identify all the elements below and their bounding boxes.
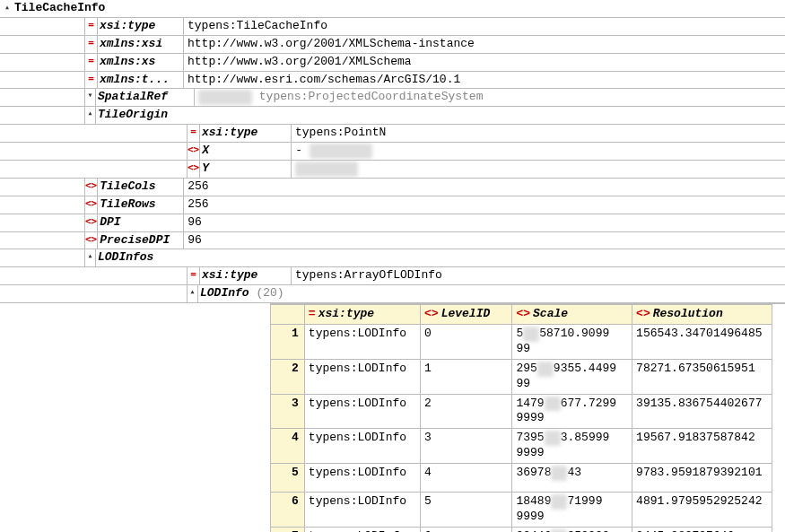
cell-resolution: 19567.91837587842	[632, 429, 772, 464]
expand-toggle-icon[interactable]: ▴	[2, 1, 13, 16]
indent	[0, 72, 85, 89]
attr-row[interactable]: =xmlns:t...http://www.esri.com/schemas/A…	[0, 72, 785, 90]
row-number: 3	[271, 394, 305, 429]
table-row[interactable]: 2typens:LODInfo1295xx9355.44999978271.67…	[271, 359, 772, 394]
attr-icon: =	[85, 18, 98, 35]
attr-icon: =	[188, 125, 200, 142]
row-number: 5	[271, 464, 305, 493]
root-title: TileCacheInfo	[14, 1, 105, 16]
indent	[0, 196, 85, 214]
node-key: LODInfo (20)	[198, 285, 785, 302]
cell-type: typens:LODInfo	[304, 493, 420, 528]
attr-row[interactable]: =xsi:typetypens:TileCacheInfo	[0, 18, 785, 36]
node-value: 256	[184, 196, 785, 214]
cell-scale: 7395xx3.859999999	[512, 429, 632, 464]
indent	[0, 36, 85, 53]
cell-resolution: 156543.34701496485	[632, 325, 772, 360]
element-row[interactable]: <>TileRows256	[0, 196, 785, 214]
cell-resolution: 39135.836754402677	[632, 394, 772, 429]
cell-type: typens:LODInfo	[304, 394, 420, 429]
table-row[interactable]: 7typens:LODInfo692446xx35999999942445.98…	[271, 527, 772, 532]
cell-resolution: 78271.67350615951	[632, 359, 772, 394]
element-row[interactable]: <>PreciseDPI96	[0, 232, 785, 250]
cell-level: 6	[421, 527, 512, 532]
col-header-scale[interactable]: <>Scale	[512, 305, 632, 325]
attr-row[interactable]: =xsi:typetypens:PointN	[0, 125, 785, 143]
expand-toggle-icon[interactable]: ▴	[188, 285, 198, 302]
indent	[0, 143, 188, 160]
node-key: TileCols	[98, 179, 184, 196]
attr-row[interactable]: <>Y xxxxxx	[0, 161, 785, 179]
node-value: http://www.w3.org/2001/XMLSchema-instanc…	[184, 36, 785, 53]
indent	[0, 89, 85, 106]
node-value: 96	[184, 232, 785, 249]
attr-icon: =	[188, 267, 200, 284]
element-icon: <>	[85, 179, 98, 196]
node-value: http://www.esri.com/schemas/ArcGIS/10.1	[184, 72, 785, 89]
expand-toggle-icon[interactable]: ▴	[85, 107, 96, 124]
table-row[interactable]: 1typens:LODInfo05xx58710.909999156543.34…	[271, 325, 772, 360]
indent	[0, 18, 85, 35]
node-key: X	[200, 143, 292, 160]
lodinfo-array-node[interactable]: ▴ LODInfo (20)	[0, 285, 785, 303]
indent	[0, 214, 85, 231]
lod-header-row: =xsi:type <>LevelID <>Scale <>Resolution	[271, 305, 772, 325]
indent	[0, 232, 85, 249]
node-key: LODInfos	[96, 249, 785, 266]
lodinfos-node[interactable]: ▴ LODInfos	[0, 249, 785, 267]
cell-resolution: 9783.9591879392101	[632, 464, 772, 493]
node-key: xmlns:t...	[98, 72, 184, 89]
indent	[0, 125, 188, 142]
node-value: 256	[184, 179, 785, 196]
element-icon: <>	[188, 143, 200, 160]
expand-toggle-icon[interactable]: ▾	[85, 89, 96, 106]
node-key: xsi:type	[200, 125, 292, 142]
table-row[interactable]: 4typens:LODInfo37395xx3.85999999919567.9…	[271, 429, 772, 464]
row-number: 1	[271, 325, 305, 360]
node-value: typens:TileCacheInfo	[184, 18, 785, 35]
attr-row[interactable]: =xmlns:xsihttp://www.w3.org/2001/XMLSche…	[0, 36, 785, 54]
lodinfos-xsitype[interactable]: = xsi:type typens:ArrayOfLODInfo	[0, 267, 785, 285]
element-row[interactable]: <>TileCols256	[0, 179, 785, 196]
element-icon: <>	[85, 196, 98, 214]
spatial-ref-node[interactable]: ▾ SpatialRef xxxxx typens:ProjectedCoord…	[0, 89, 785, 107]
table-row[interactable]: 6typens:LODInfo518489xx7199999994891.979…	[271, 493, 772, 528]
col-header-level[interactable]: <>LevelID	[421, 305, 512, 325]
node-key: TileRows	[98, 196, 184, 214]
node-key: PreciseDPI	[98, 232, 184, 249]
row-number: 6	[271, 493, 305, 528]
indent	[0, 107, 85, 124]
cell-level: 1	[421, 359, 512, 394]
col-header-resolution[interactable]: <>Resolution	[632, 305, 772, 325]
cell-type: typens:LODInfo	[304, 359, 420, 394]
tile-origin-node[interactable]: ▴ TileOrigin	[0, 107, 785, 125]
cell-level: 3	[421, 429, 512, 464]
expand-toggle-icon[interactable]: ▴	[85, 249, 96, 266]
cell-scale: 1479xx677.72999999	[512, 394, 632, 429]
cell-scale: 18489xx719999999	[512, 493, 632, 528]
attr-row[interactable]: =xmlns:xshttp://www.w3.org/2001/XMLSchem…	[0, 54, 785, 72]
node-value: xxxxxx	[292, 161, 785, 178]
indent	[0, 161, 188, 178]
table-row[interactable]: 5typens:LODInfo436978xx439783.9591879392…	[271, 464, 772, 493]
cell-scale: 295xx9355.449999	[512, 359, 632, 394]
node-value: http://www.w3.org/2001/XMLSchema	[184, 54, 785, 71]
element-icon: <>	[188, 161, 200, 178]
cell-type: typens:LODInfo	[304, 527, 420, 532]
node-value: typens:PointN	[292, 125, 785, 142]
cell-type: typens:LODInfo	[304, 429, 420, 464]
indent	[0, 285, 188, 302]
rownum-header	[271, 305, 305, 325]
attr-icon: =	[85, 36, 98, 53]
col-header-type[interactable]: =xsi:type	[304, 305, 420, 325]
root-node[interactable]: ▴ TileCacheInfo	[0, 0, 785, 18]
table-row[interactable]: 3typens:LODInfo21479xx677.7299999939135.…	[271, 394, 772, 429]
attr-row[interactable]: <>X- xxxxxx	[0, 143, 785, 161]
node-value: 96	[184, 214, 785, 231]
node-value: typens:ArrayOfLODInfo	[292, 267, 785, 284]
element-icon: <>	[85, 214, 98, 231]
cell-scale: 5xx58710.909999	[512, 325, 632, 360]
cell-level: 5	[421, 493, 512, 528]
element-row[interactable]: <>DPI96	[0, 214, 785, 232]
cell-type: typens:LODInfo	[304, 325, 420, 360]
